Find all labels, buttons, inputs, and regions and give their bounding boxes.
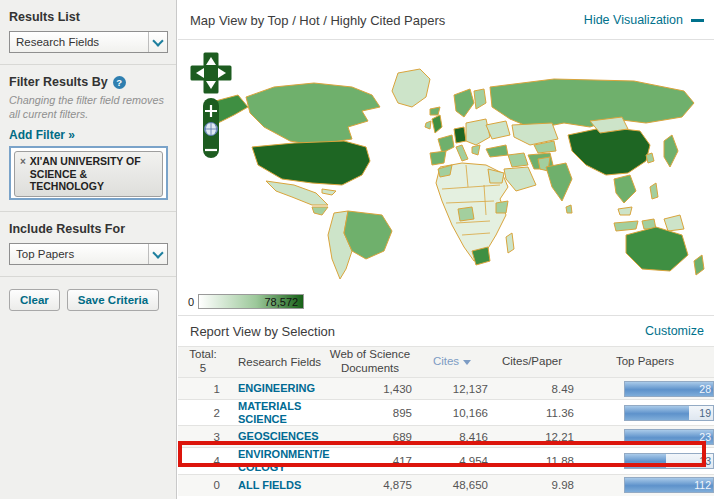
top-papers-bar: 28 — [624, 381, 714, 397]
hide-visualization-link[interactable]: Hide Visualization — [584, 13, 704, 27]
include-results-select[interactable]: Top Papers — [9, 243, 168, 265]
docs-cell: 417 — [328, 455, 416, 467]
country-ethiopia[interactable] — [496, 201, 508, 213]
report-title: Report View by Selection — [190, 324, 335, 339]
sidebar: Results List Research Fields Filter Resu… — [0, 0, 177, 499]
rank-cell: 1 — [178, 383, 228, 395]
table-row: 0 ALL FIELDS 4,875 48,650 9.98 112 — [178, 474, 714, 496]
country-germany[interactable] — [454, 127, 466, 143]
world-map[interactable] — [194, 62, 710, 280]
country-saudi-arabia[interactable] — [504, 167, 536, 191]
country-balkans[interactable] — [472, 145, 480, 155]
country-philippines[interactable] — [650, 183, 658, 199]
field-link[interactable]: ENGINEERING — [238, 382, 315, 395]
total-count: Total: 5 — [178, 348, 228, 376]
docs-cell: 895 — [328, 407, 416, 419]
save-criteria-button[interactable]: Save Criteria — [67, 289, 159, 311]
top-papers-value: 28 — [699, 383, 711, 395]
essential-science-indicators-app: Results List Research Fields Filter Resu… — [0, 0, 714, 499]
country-cuba[interactable] — [322, 189, 336, 195]
sort-desc-icon — [463, 360, 471, 365]
country-scandinavia[interactable] — [454, 89, 474, 117]
rank-cell: 4 — [178, 455, 228, 467]
top-papers-bar: 13 — [624, 453, 714, 469]
country-spain[interactable] — [430, 151, 446, 165]
cites-cell: 8,416 — [416, 431, 490, 443]
country-nigeria[interactable] — [458, 207, 474, 221]
field-link[interactable]: GEOSCIENCES — [238, 430, 319, 443]
help-icon[interactable]: ? — [113, 76, 126, 89]
country-madagascar[interactable] — [506, 233, 514, 253]
filter-chip[interactable]: × XI'AN UNIVERSITY OF SCIENCE & TECHNOLO… — [14, 151, 163, 197]
country-greenland[interactable] — [392, 69, 430, 107]
customize-link[interactable]: Customize — [645, 324, 704, 338]
country-france[interactable] — [438, 135, 454, 153]
country-iraq[interactable] — [508, 153, 528, 167]
docs-cell: 1,430 — [328, 383, 416, 395]
include-results-selected-value: Top Papers — [16, 248, 74, 260]
add-filter-link[interactable]: Add Filter » — [9, 128, 75, 142]
results-list-select[interactable]: Research Fields — [9, 31, 168, 53]
map-title: Map View by Top / Hot / Highly Cited Pap… — [190, 13, 445, 28]
table-row: 3 GEOSCIENCES 689 8,416 12.21 23 — [178, 425, 714, 447]
country-china[interactable] — [568, 127, 650, 175]
country-malaysia[interactable] — [618, 207, 632, 215]
legend-max-label: 78,572 — [264, 296, 298, 308]
country-korea[interactable] — [646, 153, 654, 163]
column-header-cites-sort[interactable]: Cites — [416, 355, 490, 369]
country-mexico[interactable] — [266, 181, 328, 205]
country-egypt[interactable] — [488, 169, 504, 183]
top-papers-bar: 23 — [624, 429, 714, 445]
rank-cell: 3 — [178, 431, 228, 443]
clear-button[interactable]: Clear — [9, 289, 60, 311]
country-new-zealand[interactable] — [694, 255, 704, 275]
country-indonesia[interactable] — [614, 221, 638, 231]
top-papers-value: 13 — [699, 455, 711, 467]
country-australia[interactable] — [626, 227, 688, 271]
top-papers-bar: 112 — [624, 477, 714, 493]
top-papers-value: 112 — [694, 479, 711, 491]
rank-cell: 2 — [178, 407, 228, 419]
country-turkey[interactable] — [486, 145, 508, 157]
country-new-guinea[interactable] — [664, 215, 684, 231]
map-zoom-controls[interactable] — [190, 52, 232, 164]
country-finland[interactable] — [474, 89, 486, 109]
column-header-research-fields: Research Fields — [228, 356, 328, 368]
country-southeast-asia[interactable] — [614, 175, 636, 203]
field-link[interactable]: ALL FIELDS — [238, 479, 301, 492]
country-east-europe[interactable] — [466, 119, 490, 145]
chevron-down-icon[interactable] — [148, 244, 167, 264]
docs-cell: 4,875 — [328, 479, 416, 491]
country-iceland[interactable] — [430, 107, 440, 115]
map-countries[interactable] — [204, 69, 704, 279]
report-table: Total: 5 Research Fields Web of Science … — [178, 346, 714, 496]
country-japan[interactable] — [664, 135, 678, 167]
remove-filter-icon[interactable]: × — [20, 156, 26, 167]
filter-note: Changing the filter field removes all cu… — [9, 93, 167, 121]
column-header-wos-documents: Web of Science Documents — [328, 348, 416, 376]
field-link[interactable]: ENVIRONMENT/ECOLOGY — [238, 448, 333, 473]
column-header-cites-per-paper: Cites/Paper — [490, 355, 576, 369]
country-usa[interactable] — [252, 141, 370, 185]
cites-cell: 10,166 — [416, 407, 490, 419]
field-link[interactable]: MATERIALS SCIENCE — [238, 400, 328, 425]
country-india[interactable] — [546, 163, 572, 201]
map-legend: 0 78,572 — [188, 294, 304, 309]
actions-section: Clear Save Criteria — [0, 277, 176, 322]
cites-per-paper-cell: 8.49 — [490, 383, 576, 395]
country[interactable] — [312, 207, 328, 215]
results-list-section: Results List Research Fields — [0, 0, 176, 65]
country-sri-lanka[interactable] — [566, 205, 572, 213]
results-list-heading: Results List — [9, 10, 167, 24]
rank-cell: 0 — [178, 479, 228, 491]
cites-per-paper-cell: 12.21 — [490, 431, 576, 443]
country-ireland[interactable] — [425, 121, 431, 129]
docs-cell: 689 — [328, 431, 416, 443]
country-uk[interactable] — [432, 115, 442, 133]
chevron-down-icon[interactable] — [148, 32, 167, 52]
country-italy[interactable] — [456, 145, 468, 161]
map-area: 0 78,572 — [178, 40, 714, 316]
column-header-top-papers: Top Papers — [576, 355, 714, 369]
country-canada[interactable] — [246, 83, 380, 145]
table-row: 2 MATERIALS SCIENCE 895 10,166 11.36 19 — [178, 399, 714, 425]
